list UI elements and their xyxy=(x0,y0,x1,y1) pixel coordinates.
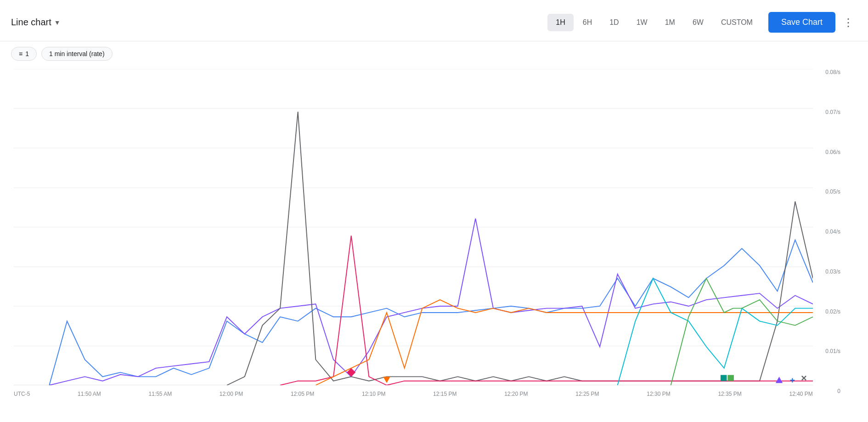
x-label-1200: 12:00 PM xyxy=(220,391,243,397)
filter-count: 1 xyxy=(25,50,29,57)
x-label-1215: 12:15 PM xyxy=(433,391,457,397)
y-axis: 0.08/s 0.07/s 0.06/s 0.05/s 0.04/s 0.03/… xyxy=(813,69,840,399)
data-point-square xyxy=(721,375,727,381)
data-point-plus: + xyxy=(790,376,795,385)
y-label-8: 0 xyxy=(837,388,840,394)
data-point-square-green xyxy=(727,375,734,381)
x-label-1155: 11:55 AM xyxy=(148,391,172,397)
time-btn-1m[interactable]: 1M xyxy=(657,14,683,31)
x-label-1150: 11:50 AM xyxy=(78,391,101,397)
y-label-1: 0.07/s xyxy=(825,109,840,115)
x-label-1210: 12:10 PM xyxy=(362,391,385,397)
y-label-2: 0.06/s xyxy=(825,149,840,155)
time-btn-1d[interactable]: 1D xyxy=(601,14,627,31)
time-btn-1w[interactable]: 1W xyxy=(628,14,656,31)
time-btn-6w[interactable]: 6W xyxy=(684,14,712,31)
x-label-1225: 12:25 PM xyxy=(575,391,599,397)
y-label-5: 0.03/s xyxy=(825,268,840,275)
interval-button[interactable]: 1 min interval (rate) xyxy=(41,47,113,61)
x-label-utc: UTC-5 xyxy=(14,391,30,397)
chart-type-selector[interactable]: Line chart ▼ xyxy=(11,17,61,28)
y-label-3: 0.05/s xyxy=(825,188,840,195)
x-label-1220: 12:20 PM xyxy=(504,391,528,397)
data-point-triangle-down xyxy=(383,376,390,383)
dropdown-arrow-icon: ▼ xyxy=(54,19,61,26)
y-label-4: 0.04/s xyxy=(825,228,840,235)
filter-icon: ≡ xyxy=(19,50,23,57)
y-label-6: 0.02/s xyxy=(825,308,840,315)
chart-type-label: Line chart xyxy=(11,17,51,28)
chart-controls: ≡ 1 1 min interval (rate) xyxy=(0,41,868,64)
time-btn-6h[interactable]: 6H xyxy=(575,14,600,31)
time-btn-1h[interactable]: 1H xyxy=(547,14,573,31)
x-axis: UTC-5 11:50 AM 11:55 AM 12:00 PM 12:05 P… xyxy=(14,389,813,399)
y-label-7: 0.01/s xyxy=(825,348,840,354)
x-label-1205: 12:05 PM xyxy=(291,391,314,397)
x-label-1230: 12:30 PM xyxy=(647,391,670,397)
filter-button[interactable]: ≡ 1 xyxy=(11,47,37,61)
x-label-1240: 12:40 PM xyxy=(789,391,812,397)
chart-svg: + ✕ xyxy=(14,69,813,385)
data-point-x: ✕ xyxy=(800,374,807,383)
chart-area: + ✕ 0.08/s 0.07/s 0.06/s 0.05/s 0.04/s 0… xyxy=(0,64,868,422)
y-label-0: 0.08/s xyxy=(825,69,840,75)
data-point-triangle-up xyxy=(776,376,783,383)
more-options-button[interactable]: ⋮ xyxy=(840,12,857,33)
header: Line chart ▼ 1H 6H 1D 1W 1M 6W CUSTOM Sa… xyxy=(0,0,868,41)
chart-container: + ✕ 0.08/s 0.07/s 0.06/s 0.05/s 0.04/s 0… xyxy=(14,69,840,399)
save-chart-button[interactable]: Save Chart xyxy=(768,12,835,33)
time-btn-custom[interactable]: CUSTOM xyxy=(713,14,761,31)
x-label-1235: 12:35 PM xyxy=(718,391,741,397)
time-range-buttons: 1H 6H 1D 1W 1M 6W CUSTOM xyxy=(547,14,761,31)
